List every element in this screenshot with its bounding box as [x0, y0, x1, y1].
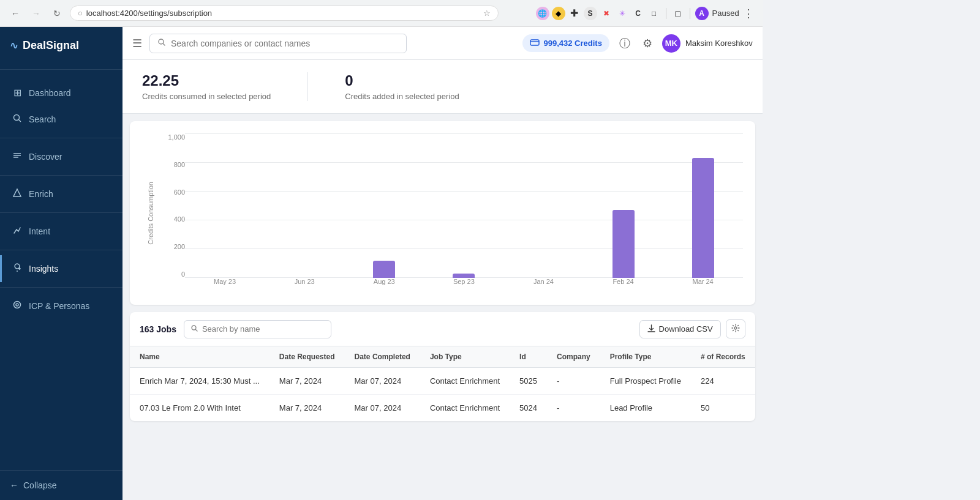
svg-line-1 [19, 120, 21, 122]
bar-sep23 [424, 133, 503, 278]
cell-date-requested: Mar 7, 2024 [270, 368, 345, 395]
cell-id: 5025 [510, 368, 547, 395]
back-button[interactable]: ← [7, 6, 23, 21]
sidebar-divider-2 [0, 175, 123, 176]
ext-6[interactable]: ✳ [616, 7, 629, 20]
ext-7[interactable]: C [631, 7, 645, 20]
sidebar-logo[interactable]: ∿ DealSignal [0, 27, 123, 64]
y-tick-400: 400 [159, 215, 185, 223]
jobs-header: 163 Jobs Downlo [130, 312, 755, 346]
browser-chrome: ← → ↻ ○ localhost:4200/settings/subscrip… [0, 0, 763, 27]
jobs-settings-button[interactable] [726, 319, 745, 338]
menu-icon[interactable]: ⋮ [742, 7, 755, 20]
y-tick-0: 0 [159, 271, 185, 278]
sidebar-item-enrich[interactable]: Enrich [0, 181, 123, 207]
bar-jun23 [265, 133, 344, 278]
logo-text: DealSignal [23, 39, 79, 52]
sidebar-item-label: Dashboard [29, 88, 71, 98]
jobs-search-container [184, 320, 331, 338]
user-badge[interactable]: MK Maksim Koreshkov [662, 34, 753, 53]
stat-divider [307, 72, 308, 101]
svg-line-10 [163, 43, 165, 45]
stat-added-label: Credits added in selected period [345, 92, 459, 101]
main-content: ☰ 999,432 Credits ⓘ ⚙ [123, 27, 763, 500]
topbar-search-input[interactable] [171, 39, 399, 48]
svg-point-7 [14, 302, 21, 308]
jobs-header-right: Download CSV [639, 319, 745, 338]
y-tick-200: 200 [159, 243, 185, 250]
chart-wrapper: Credits Consumption 1,000 800 600 400 20… [142, 133, 743, 293]
sidebar-item-intent[interactable]: Intent [0, 218, 123, 245]
insights-icon [12, 263, 23, 275]
x-label-mar24: Mar 24 [663, 278, 743, 293]
sidebar-item-label: ICP & Personas [29, 301, 89, 311]
sidebar-item-label: Discover [29, 152, 62, 162]
svg-rect-11 [530, 40, 539, 45]
col-header-date-requested: Date Requested [270, 346, 345, 368]
col-header-job-type: Job Type [420, 346, 510, 368]
help-icon[interactable]: ⓘ [617, 34, 633, 53]
jobs-search-input[interactable] [202, 324, 325, 334]
ext-9[interactable]: ▢ [671, 7, 685, 20]
chart-x-labels: May 23 Jun 23 Aug 23 Sep 23 Jan 24 Feb 2… [185, 278, 743, 293]
sidebar-divider-3 [0, 212, 123, 213]
y-axis-label: Credits Consumption [147, 182, 154, 245]
ext-3[interactable]: ✚ [568, 7, 581, 20]
sidebar-divider-top [0, 69, 123, 70]
svg-point-8 [16, 304, 18, 306]
bar-mar24 [663, 133, 743, 278]
sidebar-item-insights[interactable]: Insights [0, 255, 123, 282]
bar-aug23 [344, 133, 424, 278]
jobs-table: Name Date Requested Date Completed Job T… [130, 346, 755, 421]
dashboard-icon: ⊞ [12, 87, 23, 99]
x-label-aug23: Aug 23 [344, 278, 424, 293]
topbar-right: 999,432 Credits ⓘ ⚙ MK Maksim Koreshkov [522, 34, 752, 53]
discover-icon [12, 151, 23, 163]
intent-icon [12, 225, 23, 237]
sidebar-item-search[interactable]: Search [0, 106, 123, 133]
collapse-button[interactable]: ← Collapse [10, 480, 113, 490]
cell-name: 07.03 Le From 2.0 With Intet [130, 395, 270, 422]
x-label-may23: May 23 [185, 278, 265, 293]
cell-date-completed: Mar 07, 2024 [345, 395, 420, 422]
sidebar: ∿ DealSignal ⊞ Dashboard Search [0, 27, 123, 500]
ext-8[interactable]: □ [647, 7, 661, 20]
download-csv-button[interactable]: Download CSV [639, 320, 721, 338]
chart-bars [185, 133, 743, 278]
ext-1[interactable]: 🌐 [536, 7, 549, 20]
lock-icon: ○ [78, 9, 83, 18]
y-tick-800: 800 [159, 161, 185, 168]
bar-mar24-rect [692, 158, 714, 278]
ext-4[interactable]: S [584, 7, 597, 20]
col-header-name: Name [130, 346, 270, 368]
svg-marker-5 [13, 189, 21, 196]
reload-button[interactable]: ↻ [49, 6, 65, 21]
chart-card: Credits Consumption 1,000 800 600 400 20… [130, 121, 755, 305]
url-text: localhost:4200/settings/subscription [86, 9, 212, 18]
jobs-card: 163 Jobs Downlo [130, 312, 755, 421]
paused-label: Paused [712, 9, 739, 18]
url-bar[interactable]: ○ localhost:4200/settings/subscription ☆ [70, 6, 499, 21]
jobs-search-icon [190, 324, 198, 335]
menu-toggle-icon[interactable]: ☰ [132, 37, 142, 50]
y-tick-600: 600 [159, 188, 185, 196]
ext-5[interactable]: ✖ [600, 7, 613, 20]
cell-company: - [547, 368, 600, 395]
sidebar-nav: ⊞ Dashboard Search Discover [0, 75, 123, 470]
settings-nav-icon[interactable]: ⚙ [640, 34, 655, 53]
credits-badge[interactable]: 999,432 Credits [522, 34, 609, 52]
ext-2[interactable]: ◆ [552, 7, 565, 20]
sidebar-divider-5 [0, 287, 123, 288]
user-name: Maksim Koreshkov [685, 39, 753, 48]
download-csv-label: Download CSV [659, 324, 713, 334]
col-header-date-completed: Date Completed [345, 346, 420, 368]
sidebar-item-icp[interactable]: ICP & Personas [0, 293, 123, 319]
search-nav-icon [12, 113, 23, 125]
sidebar-item-dashboard[interactable]: ⊞ Dashboard [0, 80, 123, 106]
svg-line-14 [195, 329, 197, 331]
forward-button[interactable]: → [28, 6, 44, 21]
bar-feb24-rect [612, 210, 635, 278]
sidebar-item-discover[interactable]: Discover [0, 143, 123, 170]
user-profile-icon[interactable]: A [695, 7, 709, 20]
user-initials: MK [665, 39, 677, 48]
